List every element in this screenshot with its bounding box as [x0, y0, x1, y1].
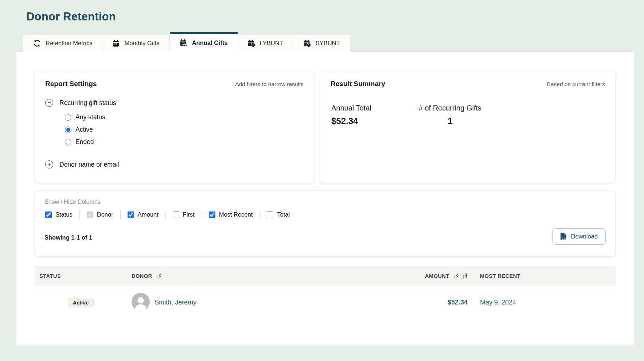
sort-arrow: ↓	[462, 273, 465, 279]
sort-donor-asc-icon[interactable]: ↓ A Z	[156, 273, 161, 279]
download-button[interactable]: CSV Download	[552, 228, 606, 245]
tab-label: Annual Gifts	[192, 39, 228, 46]
column-toggle-total-checkbox[interactable]	[267, 211, 273, 218]
tab-sybunt[interactable]: SYBUNT	[293, 35, 350, 52]
stat-value: $52.34	[331, 116, 371, 126]
sort-arrow: ↓	[453, 273, 456, 279]
calendar-icon	[112, 40, 120, 47]
table-header-row: STATUS DONOR ↓ A Z AMOUNT ↓ A Z	[35, 266, 616, 286]
avatar	[132, 293, 150, 313]
sort-arrow: ↓	[156, 273, 159, 279]
checkbox-label: First	[183, 211, 195, 218]
result-summary-hint: Based on current filters	[547, 81, 605, 88]
column-toggle-amount[interactable]: Amount	[120, 210, 165, 219]
sort-letter-z: Z	[159, 276, 161, 279]
calendar-alert-icon	[247, 39, 255, 47]
column-toggle-most-recent[interactable]: Most Recent	[202, 210, 260, 219]
result-summary-title: Result Summary	[331, 80, 385, 88]
tab-annual-gifts[interactable]: Annual Gifts	[170, 32, 238, 52]
calendar-alert-icon	[303, 39, 311, 47]
checkbox-label: Status	[55, 211, 73, 218]
stat-annual-total: Annual Total $52.34	[331, 104, 371, 126]
filter-donor-name-email[interactable]: + Donor name or email	[45, 160, 304, 168]
column-toggle-status[interactable]: Status	[44, 210, 79, 219]
column-toggles: Status Donor Amount First Most Recent To…	[44, 210, 606, 219]
donor-cell: Smith, Jeremy	[127, 293, 390, 313]
radio-any-status-input[interactable]	[65, 114, 71, 121]
radio-label: Active	[75, 126, 93, 133]
donor-name-link[interactable]: Smith, Jeremy	[155, 299, 196, 306]
sort-amount-asc-icon[interactable]: ↓ A Z	[453, 273, 458, 279]
filter-group-label: Donor name or email	[59, 161, 119, 168]
stat-value: 1	[419, 116, 481, 126]
report-settings-card: Report Settings Add filters to narrow re…	[35, 70, 314, 183]
sort-amount-desc-icon[interactable]: ↓ Z A	[462, 273, 468, 279]
stat-label: Annual Total	[331, 104, 371, 112]
column-header-amount: AMOUNT ↓ A Z ↓ Z A	[390, 273, 473, 279]
column-toggle-status-checkbox[interactable]	[45, 211, 52, 218]
results-count: Showing 1-1 of 1	[44, 234, 92, 241]
csv-file-icon: CSV	[560, 233, 567, 240]
radio-label: Ended	[75, 138, 94, 146]
report-settings-hint: Add filters to narrow results	[235, 81, 304, 88]
stat-recurring-gifts-count: # of Recurring Gifts 1	[419, 104, 481, 126]
show-hide-columns-card: Show / Hide Columns Status Donor Amount …	[35, 190, 616, 257]
column-toggle-amount-checkbox[interactable]	[128, 211, 134, 218]
radio-label: Any status	[75, 113, 105, 121]
report-tabs: Retention Metrics Monthly Gifts A	[23, 32, 644, 52]
calendar-refresh-icon	[180, 39, 187, 47]
column-toggle-first-checkbox[interactable]	[173, 211, 179, 218]
checkbox-label: Most Recent	[219, 211, 253, 218]
radio-ended-input[interactable]	[65, 139, 71, 145]
status-cell: Active	[35, 298, 127, 307]
show-hide-columns-heading: Show / Hide Columns	[44, 199, 606, 205]
download-button-label: Download	[571, 233, 598, 240]
radio-active[interactable]: Active	[65, 126, 304, 133]
table-row: Active Smith, Jeremy $52.34 May 9, 20	[35, 286, 616, 319]
status-badge: Active	[68, 298, 94, 307]
column-header-status: STATUS	[35, 273, 127, 279]
sort-letter-a: A	[465, 276, 468, 279]
tab-label: Retention Metrics	[46, 40, 92, 47]
checkbox-label: Donor	[97, 211, 113, 218]
column-header-label: AMOUNT	[425, 273, 449, 279]
most-recent-cell: May 9, 2024	[473, 299, 616, 306]
radio-ended[interactable]: Ended	[65, 138, 304, 146]
column-toggle-first[interactable]: First	[165, 210, 202, 219]
page-title: Donor Retention	[26, 10, 644, 23]
stat-label: # of Recurring Gifts	[419, 104, 481, 112]
tab-lybunt[interactable]: LYBUNT	[238, 35, 293, 52]
column-toggle-total[interactable]: Total	[259, 210, 297, 219]
filter-recurring-gift-status[interactable]: − Recurring gift status	[45, 99, 304, 107]
column-header-most-recent: MOST RECENT	[473, 273, 616, 279]
checkbox-label: Total	[277, 211, 290, 218]
tab-monthly-gifts[interactable]: Monthly Gifts	[102, 35, 169, 52]
svg-text:CSV: CSV	[563, 237, 567, 240]
amount-cell: $52.34	[448, 299, 473, 306]
results-table: STATUS DONOR ↓ A Z AMOUNT ↓ A Z	[35, 266, 616, 319]
sort-letter-z: Z	[456, 276, 458, 279]
plus-circle-icon[interactable]: +	[45, 160, 53, 168]
column-toggle-most-recent-checkbox[interactable]	[209, 211, 215, 218]
radio-active-input[interactable]	[65, 127, 71, 133]
result-summary-card: Result Summary Based on current filters …	[320, 70, 616, 183]
column-header-donor: DONOR ↓ A Z	[127, 273, 390, 279]
retention-refresh-icon	[33, 39, 41, 47]
report-settings-title: Report Settings	[45, 80, 97, 88]
recurring-status-radio-group: Any status Active Ended	[65, 113, 304, 146]
column-toggle-donor-checkbox	[87, 211, 93, 218]
report-content-panel: Report Settings Add filters to narrow re…	[16, 52, 634, 345]
tab-retention-metrics[interactable]: Retention Metrics	[23, 35, 102, 52]
tab-label: SYBUNT	[316, 40, 340, 47]
filter-group-label: Recurring gift status	[59, 99, 116, 107]
column-toggle-donor[interactable]: Donor	[79, 210, 120, 219]
checkbox-label: Amount	[138, 211, 159, 218]
radio-any-status[interactable]: Any status	[65, 113, 304, 121]
column-header-label: DONOR	[132, 273, 152, 279]
minus-circle-icon[interactable]: −	[45, 99, 53, 107]
tab-label: Monthly Gifts	[124, 40, 159, 47]
tab-label: LYBUNT	[260, 40, 283, 47]
